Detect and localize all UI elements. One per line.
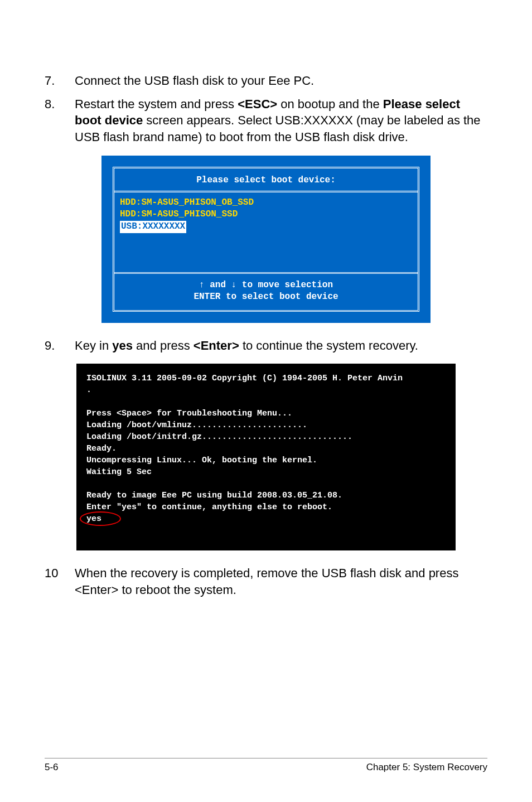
step-list: 9. Key in yes and press <Enter> to conti…: [45, 337, 487, 354]
step-number: 8.: [45, 96, 75, 146]
term-line: .: [86, 385, 91, 395]
document-page: 7. Connect the USB flash disk to your Ee…: [0, 0, 532, 802]
text: and press: [133, 339, 194, 352]
step-list: 7. Connect the USB flash disk to your Ee…: [45, 73, 487, 146]
boot-dialog-title: Please select boot device:: [114, 168, 418, 192]
step-text: When the recovery is completed, remove t…: [75, 565, 487, 598]
boot-footer-line: ↑ and ↓ to move selection: [114, 279, 418, 292]
term-line: Press <Space> for Troubleshooting Menu..…: [86, 409, 292, 418]
step-9: 9. Key in yes and press <Enter> to conti…: [45, 337, 487, 354]
boot-device-row[interactable]: HDD:SM-ASUS_PHISON_SSD: [120, 209, 412, 221]
boot-device-list: HDD:SM-ASUS_PHISON_OB_SSD HDD:SM-ASUS_PH…: [114, 192, 418, 272]
term-line: Ready to image Eee PC using build 2008.0…: [86, 491, 342, 500]
page-number: 5-6: [45, 762, 59, 773]
step-text: Connect the USB flash disk to your Eee P…: [75, 73, 487, 89]
step-number: 9.: [45, 337, 75, 354]
chapter-label: Chapter 5: System Recovery: [366, 762, 487, 773]
term-line: Loading /boot/initrd.gz.................…: [86, 432, 352, 442]
step-text: Restart the system and press <ESC> on bo…: [75, 96, 487, 146]
boot-dialog: Please select boot device: HDD:SM-ASUS_P…: [113, 167, 419, 312]
step-number: 7.: [45, 73, 75, 89]
step-list: 10 When the recovery is completed, remov…: [45, 565, 487, 598]
boot-footer-line: ENTER to select boot device: [114, 291, 418, 303]
term-line: Loading /boot/vmlinuz...................…: [86, 421, 307, 430]
step-7: 7. Connect the USB flash disk to your Ee…: [45, 73, 487, 89]
text: Restart the system and press: [75, 97, 238, 111]
text: on bootup and the: [277, 97, 383, 111]
page-footer: 5-6 Chapter 5: System Recovery: [45, 758, 487, 773]
boot-device-row[interactable]: HDD:SM-ASUS_PHISON_OB_SSD: [120, 197, 412, 209]
text: Key in: [75, 339, 112, 352]
step-8: 8. Restart the system and press <ESC> on…: [45, 96, 487, 146]
step-text: Key in yes and press <Enter> to continue…: [75, 337, 487, 354]
term-line: ISOLINUX 3.11 2005-09-02 Copyright (C) 1…: [86, 374, 403, 383]
term-line: Waiting 5 Sec: [86, 467, 152, 477]
term-line: yes: [86, 514, 101, 524]
boot-device-figure: Please select boot device: HDD:SM-ASUS_P…: [101, 156, 431, 323]
yes-label: yes: [112, 339, 133, 352]
term-line: Uncompressing Linux... Ok, booting the k…: [86, 456, 317, 465]
boot-dialog-footer: ↑ and ↓ to move selection ENTER to selec…: [114, 272, 418, 310]
boot-device-row-selected[interactable]: USB:XXXXXXXX: [120, 221, 412, 233]
term-line: Enter "yes" to continue, anything else t…: [86, 503, 332, 512]
step-number: 10: [45, 565, 75, 598]
enter-key-label: <Enter>: [194, 339, 239, 352]
terminal-output: ISOLINUX 3.11 2005-09-02 Copyright (C) 1…: [76, 369, 456, 528]
boot-device-label: USB:XXXXXXXX: [120, 221, 186, 233]
esc-key-label: <ESC>: [238, 97, 277, 111]
terminal-figure: ISOLINUX 3.11 2005-09-02 Copyright (C) 1…: [76, 364, 456, 550]
text: to continue the system recovery.: [239, 339, 418, 352]
term-line: Ready.: [86, 444, 117, 453]
step-10: 10 When the recovery is completed, remov…: [45, 565, 487, 598]
